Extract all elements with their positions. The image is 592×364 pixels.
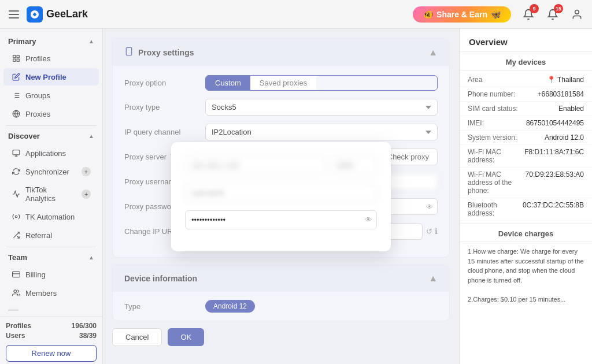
sidebar-item-groups[interactable]: Groups [3,87,99,104]
sidebar-item-proxies[interactable]: Proxies [3,105,99,122]
profiles-stat: Profiles 196/300 [6,322,97,330]
groups-icon [12,91,21,100]
tiktok-analytics-badge: + [82,190,91,199]
notification-bell-button[interactable]: 9 [520,6,536,23]
groups-label: Groups [25,91,50,100]
members-label: Members [25,289,57,298]
app-logo: GeeLark [27,6,88,23]
svg-rect-7 [13,59,16,61]
sidebar-item-applications[interactable]: Applications [3,144,99,162]
sidebar-item-tiktok-analytics[interactable]: TikTok Analytics + [3,181,99,207]
svg-rect-1 [9,14,19,15]
svg-rect-8 [17,59,19,61]
modal-overlay: 👁 [103,29,459,364]
svg-point-25 [14,290,17,293]
modal-eye-icon[interactable]: 👁 [365,216,372,224]
body-layout: Primary ▲ Profiles New Profile Groups [0,29,592,364]
modal-server-input[interactable] [185,156,326,175]
logo-icon [27,6,43,23]
wifi-mac-phone-value: 70:D9:23:E8:53:A0 [526,170,584,195]
svg-point-4 [575,10,579,14]
overview-row-wifi-mac-phone: Wi-Fi MAC address of the phone: 70:D9:23… [460,168,592,198]
profiles-icon [12,54,21,63]
new-profile-icon [12,72,21,81]
app-container: GeeLark 🐠 Share & Earn 🦋 9 15 Primary ▲ [0,0,592,364]
tiktok-analytics-icon [12,190,21,199]
applications-icon [12,148,21,158]
referral-icon [12,231,21,240]
wifi-mac-value: F8:D1:11:8A:71:6C [524,148,584,164]
system-value: Android 12.0 [526,133,584,142]
tk-automation-icon [12,212,21,221]
overview-row-wifi-mac: Wi-Fi MAC address: F8:D1:11:8A:71:6C [460,145,592,168]
modal-box: 👁 [171,142,391,251]
sidebar-collapse-button[interactable] [7,8,21,21]
sidebar-item-synchronizer[interactable]: Synchronizer + [3,163,99,180]
svg-point-20 [15,216,17,218]
profiles-label: Profiles [25,54,50,63]
phone-key: Phone number: [468,90,526,98]
tiktok-analytics-label: TikTok Analytics [25,185,77,203]
overview-row-system: System version: Android 12.0 [460,131,592,145]
sidebar-divider-2 [6,247,97,247]
svg-rect-5 [13,55,16,58]
chevron-up-icon-discover: ▲ [88,133,94,139]
app-name: GeeLark [46,8,88,20]
sidebar-discover-section[interactable]: Discover ▲ [0,128,102,144]
overview-row-sim: SIM card status: Enabled [460,102,592,116]
modal-username-field [185,183,377,202]
sidebar-primary-section[interactable]: Primary ▲ [0,34,102,49]
sidebar-item-members[interactable]: Members [3,284,99,302]
area-key: Area [468,76,526,84]
system-key: System version: [468,133,526,142]
chevron-up-icon-team: ▲ [88,254,94,261]
sidebar-item-billing[interactable]: Billing [3,266,99,283]
modal-password-input[interactable] [185,210,377,229]
svg-rect-17 [13,150,20,155]
sidebar-divider-1 [6,125,97,126]
notification-badge-2: 15 [554,4,563,13]
modal-password-field: 👁 [185,210,377,229]
user-avatar-button[interactable] [569,6,585,23]
sidebar-item-profiles[interactable]: Profiles [3,50,99,67]
synchronizer-badge: + [82,167,91,176]
area-value: 📍 Thailand [526,76,584,84]
sidebar-item-referral[interactable]: Referral [3,226,99,244]
discover-label: Discover [8,132,40,140]
new-profile-label: New Profile [25,73,66,81]
profiles-stat-label: Profiles [6,322,31,330]
team-label: Team [8,253,27,262]
users-stat: Users 38/39 [6,332,97,340]
overview-row-bluetooth: Bluetooth address: 0C:37:DC:2C:55:8B [460,198,592,221]
phone-value: +66803181584 [526,90,584,98]
overview-row-area: Area 📍 Thailand [460,73,592,87]
svg-rect-0 [9,10,19,12]
sim-value: Enabled [526,105,584,113]
synchronizer-icon [12,167,21,176]
primary-label: Primary [8,37,36,46]
svg-rect-23 [13,272,20,277]
notification-badge-1: 9 [530,4,539,13]
bluetooth-value: 0C:37:DC:2C:55:8B [523,201,584,217]
sim-key: SIM card status: [468,105,526,113]
billing-icon [12,270,21,279]
overview-row-phone: Phone number: +66803181584 [460,87,592,102]
proxies-icon [12,109,21,118]
share-earn-button[interactable]: 🐠 Share & Earn 🦋 [413,6,511,23]
overview-title: Overview [460,29,592,52]
imei-key: IMEI: [468,119,526,127]
applications-label: Applications [25,149,66,158]
modal-server-field [185,156,377,175]
sidebar-team-section[interactable]: Team ▲ [0,250,102,265]
share-earn-label: Share & Earn [436,10,487,19]
renew-now-button[interactable]: Renew now [6,345,97,362]
billing-label: Billing [25,270,46,279]
alert-bell-button[interactable]: 15 [545,6,561,23]
modal-port-input[interactable] [331,156,377,175]
modal-username-input[interactable] [185,183,377,202]
sidebar-item-tk-automation[interactable]: TK Automation [3,208,99,225]
svg-rect-2 [9,17,19,18]
imei-value: 867501054442495 [526,119,584,127]
profiles-stat-value: 196/300 [72,322,97,330]
sidebar-item-new-profile[interactable]: New Profile [3,68,99,86]
